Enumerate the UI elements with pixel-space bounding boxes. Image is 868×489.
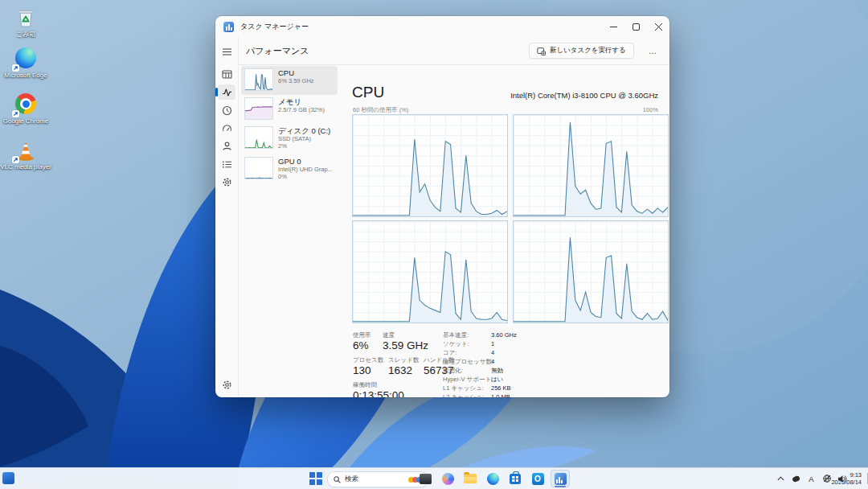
ellipsis-icon: …: [649, 47, 657, 55]
network-no-internet-icon[interactable]: [821, 472, 832, 485]
sidebar-item-sub2: 0%: [278, 173, 333, 180]
memory-thumbnail-chart: [244, 97, 273, 120]
sidebar-item-title: CPU: [278, 68, 314, 77]
search-icon: [334, 476, 341, 483]
nav-users[interactable]: [218, 138, 235, 154]
minimize-icon: [610, 23, 617, 31]
stat-label: Hyper-V サポート:: [443, 376, 493, 384]
desktop-icon-label: Google Chrome: [0, 117, 51, 125]
stat-label: コア:: [443, 349, 457, 357]
sidebar-item-sub: Intel(R) UHD Grap...: [278, 166, 333, 173]
sidebar-item-cpu[interactable]: CPU 6% 3.59 GHz: [241, 66, 338, 95]
clock-time: 9:13: [831, 471, 862, 479]
start-button[interactable]: [309, 472, 322, 485]
desktop-icon-chrome[interactable]: Google Chrome: [0, 92, 51, 125]
more-options-button[interactable]: …: [644, 45, 661, 57]
copilot-icon: [442, 473, 454, 485]
desktop-icon-edge[interactable]: Microsoft Edge: [0, 47, 51, 79]
core-chart-0[interactable]: [352, 114, 508, 217]
core-chart-1[interactable]: [513, 114, 669, 217]
stat-label: 仮想化:: [443, 367, 463, 375]
search-box[interactable]: 検索: [327, 471, 428, 487]
tray-overflow-button[interactable]: [776, 472, 786, 485]
performance-sidebar: CPU 6% 3.59 GHz メモリ 2.5/7.9 GB (32%) ディス…: [239, 64, 342, 397]
gauge-icon: [222, 123, 232, 134]
services-gear-icon: [222, 177, 232, 187]
performance-pulse-icon: [222, 87, 232, 97]
nav-app-history[interactable]: [218, 103, 235, 118]
menu-toggle-button[interactable]: [218, 44, 235, 60]
close-button[interactable]: [647, 16, 669, 37]
nav-details[interactable]: [218, 157, 235, 172]
sidebar-item-disk[interactable]: ディスク 0 (C:) SSD (SATA) 2%: [241, 124, 338, 156]
shortcut-arrow-icon: [12, 64, 19, 72]
page-header: パフォーマンス 新しいタスクを実行する …: [238, 37, 669, 65]
window-controls: [602, 16, 669, 37]
nav-processes[interactable]: [218, 67, 235, 82]
window-title: タスク マネージャー: [240, 22, 309, 32]
clock-date: 2025/08/14: [831, 479, 862, 486]
run-new-task-label: 新しいタスクを実行する: [550, 46, 626, 55]
stat-value: はい: [491, 376, 503, 384]
maximize-icon: [633, 23, 640, 31]
file-explorer-icon: [464, 474, 477, 483]
chrome-icon: [14, 93, 37, 116]
stat-label: L2 キャッシュ:: [443, 393, 484, 397]
desktop-icon-vlc[interactable]: VLC media player: [0, 139, 51, 171]
hamburger-icon: [222, 47, 232, 57]
windows-logo-icon: [309, 472, 315, 478]
core-chart-2[interactable]: [352, 220, 508, 323]
edge-icon: [487, 473, 499, 485]
ime-mode-indicator[interactable]: A: [806, 472, 817, 485]
taskbar-app-edge[interactable]: [483, 470, 502, 487]
task-manager-window: タスク マネージャー パフォーマンス 新しいタスクを実行する …: [215, 16, 669, 397]
taskbar-app-dark-window[interactable]: [416, 470, 435, 487]
stat-label: プロセス数: [353, 356, 383, 364]
stat-value: 4: [491, 358, 494, 365]
taskbar-app-file-explorer[interactable]: [461, 470, 480, 487]
taskbar-app-copilot[interactable]: [438, 470, 457, 487]
tray-device-icon[interactable]: [791, 472, 801, 485]
stat-value: 1: [491, 340, 494, 347]
stat-value-threads: 1632: [388, 364, 412, 376]
desktop-icon-label: VLC media player: [0, 163, 51, 171]
microsoft-store-icon: [510, 474, 521, 484]
stat-label: L1 キャッシュ:: [443, 384, 484, 392]
nav-performance[interactable]: [218, 84, 235, 100]
core-chart-3[interactable]: [513, 220, 669, 323]
cpu-stats: 使用率 速度 6% 3.59 GHz プロセス数 スレッド数 ハンドル数 130…: [353, 330, 665, 397]
taskbar-clock[interactable]: 9:13 2025/08/14: [831, 471, 862, 486]
sidebar-item-gpu[interactable]: GPU 0 Intel(R) UHD Grap... 0%: [241, 154, 338, 187]
sidebar-item-sub: 2.5/7.9 GB (32%): [278, 106, 325, 113]
task-manager-logo-icon: [223, 22, 234, 32]
nav-startup-apps[interactable]: [218, 121, 235, 136]
maximize-button[interactable]: [624, 16, 647, 37]
stat-value: 3.60 GHz: [491, 331, 517, 339]
stat-value: 無効: [491, 367, 503, 375]
stat-value-usage: 6%: [353, 339, 369, 351]
minimize-button[interactable]: [602, 16, 624, 37]
stat-label: 論理プロセッサ数:: [443, 358, 493, 366]
stat-label: スレッド数: [388, 356, 419, 364]
sidebar-item-sub: SSD (SATA): [278, 135, 330, 142]
stat-value: 4: [491, 349, 494, 356]
desktop-icon-recycle-bin[interactable]: ごみ箱: [0, 6, 51, 38]
edge-icon: [14, 47, 37, 70]
sidebar-item-memory[interactable]: メモリ 2.5/7.9 GB (32%): [241, 95, 338, 124]
stat-value-speed: 3.59 GHz: [383, 339, 428, 351]
taskbar-app-task-manager[interactable]: [551, 470, 570, 487]
widgets-button[interactable]: [2, 472, 14, 484]
processes-icon: [222, 69, 232, 80]
taskbar-app-outlook[interactable]: O: [528, 470, 547, 487]
vlc-icon: [14, 139, 37, 162]
users-icon: [222, 141, 232, 151]
stat-label: 使用率: [353, 331, 371, 339]
new-task-icon: [537, 47, 546, 55]
running-indicator: [555, 486, 566, 487]
settings-button[interactable]: [218, 377, 235, 392]
outlook-icon: O: [532, 473, 544, 485]
page-title: パフォーマンス: [246, 45, 309, 57]
run-new-task-button[interactable]: 新しいタスクを実行する: [529, 43, 634, 59]
nav-services[interactable]: [218, 175, 235, 190]
taskbar-app-store[interactable]: [506, 470, 525, 487]
